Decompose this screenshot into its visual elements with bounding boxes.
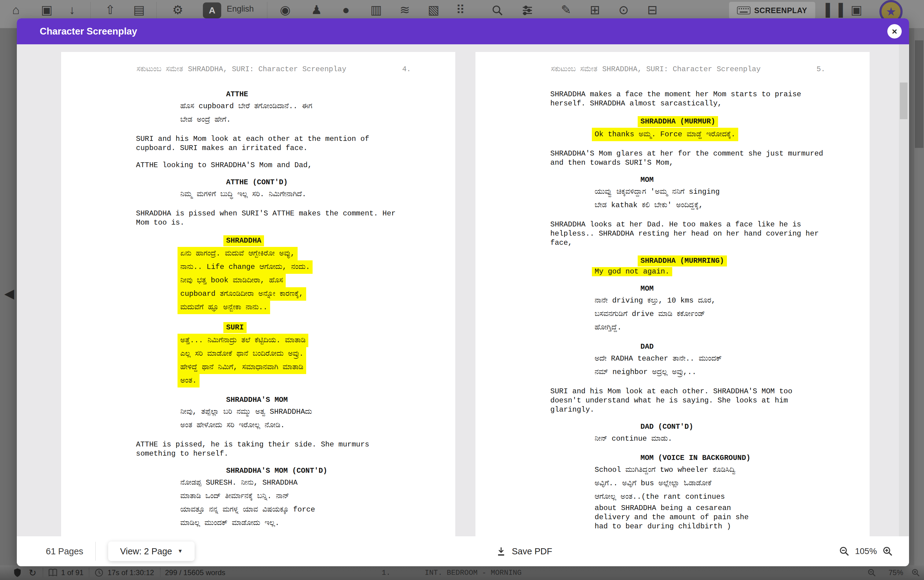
previous-page-arrow-icon[interactable]: ◀ — [4, 286, 14, 301]
text: herself. SHRADDHA almost sarcastically, — [550, 99, 722, 107]
modal-header: Character Screenplay × — [17, 18, 909, 44]
page-number: 4. — [402, 65, 411, 74]
screenplay-page-right: ಸಕುಟುಂಬ ಸಮೇತSHRADDHA, SURI: Character Sc… — [476, 52, 870, 536]
zoom-out-icon[interactable] — [867, 565, 876, 580]
text: ಯಾವತ್ತೂ ನನ್ನ ಮಗಳ್ನ ಯಾವ ವಿಷಯಕ್ಕೂ force — [180, 506, 315, 514]
character-cue-text: SURI — [223, 322, 247, 333]
accessibility-icon[interactable]: ♟ — [311, 2, 322, 17]
location-pin-icon[interactable]: ◉ — [280, 2, 291, 17]
dialogue-block: School ಮುಗಿತಿದ್ದಂಗೆ two wheeler ಕೊಡಿಸಿದ್… — [595, 463, 870, 531]
scene-heading: INT. BEDROOM - MORNING — [425, 565, 522, 580]
dialogue-line: cupboard ತಗೊಂಡಿದೀರಾ ಅನ್ನೋ ಕಾರಣಕ್ಕೆ, — [180, 287, 455, 301]
action-block: SHRADDHA looks at her Dad. He too makes … — [550, 220, 870, 247]
document-icon[interactable]: ▤ — [133, 2, 145, 17]
dialogue-line: ಯಾವತ್ತೂ ನನ್ನ ಮಗಳ್ನ ಯಾವ ವಿಷಯಕ್ಕೂ force — [180, 503, 455, 516]
modal-scrollbar-thumb[interactable] — [900, 82, 908, 119]
character-cue-text: SHRADDHA'S MOM — [226, 395, 288, 405]
dialogue-line: ಎಲ್ಲ ಸರಿ ಮಾಡೋಕೆ ಥಾನೆ ಬಂದಿರೋದು ಅವ್ರು. — [180, 347, 455, 361]
text: delivery and the amount of pain she — [595, 513, 749, 521]
dialogue-line: ನೀವು ಭತ್ತ book ಮಾಡಿದೀರಾ, ಹೊಸ — [180, 274, 455, 287]
screenplay-mode-button[interactable]: SCREENPLAY — [729, 2, 815, 19]
highlighted-text: My god not again. — [592, 267, 672, 276]
character-cue-text: ATTHE — [226, 90, 248, 99]
character-cue: MOM (VOICE IN BACKGROUND) — [641, 453, 870, 463]
character-cue: SHRADDHA'S MOM (CONT'D) — [226, 466, 455, 476]
view-mode-dropdown[interactable]: View: 2 Page ▼ — [108, 542, 194, 561]
book-icon — [48, 565, 58, 580]
text: School ಮುಗಿತಿದ್ದಂಗೆ two wheeler ಕೊಡಿಸಿದ್… — [595, 466, 735, 474]
dialogue-line: ಮಾತಾಡಿ ಒಂದ್ ತೀರ್ಮಾನಕ್ಕೆ ಬನ್ನಿ. ನಾನ್ — [180, 489, 455, 503]
page-header-prefix: ಸಕುಟುಂಬ ಸಮೇತ — [137, 65, 183, 73]
dialogue-block: ಅದೇ RADHA teacher ತಾನೇ.. ಮುಂದಕ್ನಮ್ neigh… — [595, 352, 870, 379]
text: ಬೇಡ ಅಂದ್ರೆ ಹೇಗೆ. — [180, 115, 231, 124]
download-pdf-icon — [496, 546, 506, 557]
chevron-down-icon: ▼ — [178, 548, 183, 554]
dialogue-line: delivery and the amount of pain she — [595, 513, 870, 522]
sliders-icon[interactable] — [521, 4, 534, 16]
text: had to bear during childbirth ) — [595, 522, 731, 531]
character-cue: MOM — [641, 175, 870, 185]
broadcast-icon[interactable]: ≋ — [400, 2, 410, 17]
dialogue-line: ಹೊಸ cupboard ಬೇರೆ ತಗೋಂಡಿದಾನೆ.. ಈಗ — [180, 100, 455, 113]
page-body: SHRADDHA makes a face the moment her Mom… — [476, 90, 870, 531]
character-cue-text: DAD — [641, 342, 654, 351]
settings-gear-icon[interactable]: ⚙ — [172, 2, 183, 17]
signature-pen-icon[interactable]: ✎ — [561, 2, 572, 17]
save-icon[interactable]: ▣ — [41, 2, 53, 17]
search-icon[interactable] — [491, 4, 504, 16]
grid-dots-icon[interactable]: ⠿ — [456, 2, 465, 17]
save-pdf-button[interactable]: Save PDF — [496, 536, 552, 566]
zoom-in-icon[interactable] — [882, 546, 893, 557]
background-scrollbar[interactable] — [914, 28, 924, 565]
refresh-icon[interactable]: ↻ — [29, 565, 36, 580]
download-tray-icon[interactable]: ⊟ — [647, 2, 657, 17]
close-button[interactable]: × — [887, 24, 902, 38]
action-line: SHRADDHA makes a face the moment her Mom… — [550, 90, 870, 99]
text: something to herself. — [136, 450, 228, 458]
toolbar-divider — [91, 2, 91, 18]
save-pdf-label: Save PDF — [512, 546, 552, 557]
highlighted-text: ಮದುವೆಗೆ ಹ್ಞೂ ಅನ್ಬೇಕಾ ನಾನು.. — [178, 301, 270, 314]
layout-icon[interactable]: ▥ — [371, 2, 382, 17]
page-indicator: 1 of 91 — [61, 565, 83, 580]
dialogue-line: ಆಗೋಲ್ಲ ಅಂತ..(the rant continues — [595, 490, 870, 504]
dialogue-block: ನೋಡಪ್ಪ SURESH. ನೀನು, SHRADDHAಮಾತಾಡಿ ಒಂದ್… — [180, 476, 455, 530]
background-zoom-level: 75% — [889, 565, 903, 580]
action-line: SHRADDHA looks at her Dad. He too makes … — [550, 220, 870, 229]
home-icon[interactable]: ⌂ — [12, 2, 20, 17]
panels-icon[interactable]: ▌▐ — [825, 2, 843, 17]
lamp-icon[interactable]: ⊙ — [618, 2, 629, 17]
character-cue: SHRADDHA — [226, 235, 455, 246]
dialogue-line: ಹೋಗ್ತಿದ್ದೆ. — [595, 321, 870, 334]
page-header-prefix: ಸಕುಟುಂಬ ಸಮೇತ — [551, 65, 597, 73]
dialogue-line: ಅದೇ RADHA teacher ತಾನೇ.. ಮುಂದಕ್ — [595, 352, 870, 366]
person-icon[interactable]: ● — [342, 2, 349, 17]
image-icon[interactable]: ▧ — [428, 2, 440, 17]
language-label[interactable]: English — [227, 4, 254, 14]
export-icon[interactable]: ⇧ — [105, 2, 115, 17]
character-cue: DAD (CONT'D) — [641, 422, 870, 432]
dialogue-line: School ಮುಗಿತಿದ್ದಂಗೆ two wheeler ಕೊಡಿಸಿದ್… — [595, 463, 870, 477]
zoom-out-icon[interactable] — [839, 546, 850, 557]
text: ಅಂತ ಹೇಳೋದು ಸರಿ ಇರೋಲ್ಲ ನೋಡಿ. — [180, 421, 285, 429]
modal-scrollbar[interactable] — [899, 44, 908, 536]
highlighted-text: ಎಲ್ಲ ಸರಿ ಮಾಡೋಕೆ ಥಾನೆ ಬಂದಿರೋದು ಅವ್ರು. — [178, 347, 306, 361]
language-button[interactable]: A — [203, 2, 221, 18]
zoom-in-icon[interactable] — [911, 565, 920, 580]
highlighted-text: ಹೇಳಿದ್ದೆ ಥಾನೆ ನಿಮಿಗೆ, ಸಮಾಧಾನವಾಗಿ ಮಾತಾಡಿ — [178, 361, 306, 374]
character-cue: MOM — [641, 284, 870, 293]
clipboard-add-icon[interactable]: ⊞ — [590, 2, 600, 17]
download-icon[interactable]: ↓ — [69, 2, 75, 17]
status-bar: ↻ 1 of 91 17s of 1:30:12 299 / 15605 wor… — [0, 565, 924, 580]
save-icon-2[interactable]: ▣ — [851, 2, 862, 17]
view-mode-label: View: 2 Page — [120, 546, 172, 557]
text: ಬಸವನಗುಡಿಗೆ drive ಮಾಡಿ ಕಕೋ೯ಂಡ್ — [595, 310, 705, 318]
text: SHRADDHA'S Mom glares at her for the com… — [550, 150, 823, 158]
character-cue: SHRADDHA (MURMUR) — [641, 116, 870, 127]
background-scrollbar-thumb[interactable] — [915, 40, 923, 148]
text: ಆಗೋಲ್ಲ ಅಂತ..(the rant continues — [595, 493, 725, 501]
text: SHRADDHA looks at her Dad. He too makes … — [550, 220, 801, 229]
action-block: ATTHE is pissed, he is taking their side… — [136, 440, 455, 458]
action-block: SHRADDHA'S Mom glares at her for the com… — [550, 149, 870, 168]
highlighted-text: ಅತ್ತೆ... ನಿಮಿಗೆನಾದ್ರು ತಲೆ ಕೆಟ್ಟಿದಿಯ. ಮಾತ… — [178, 334, 308, 347]
